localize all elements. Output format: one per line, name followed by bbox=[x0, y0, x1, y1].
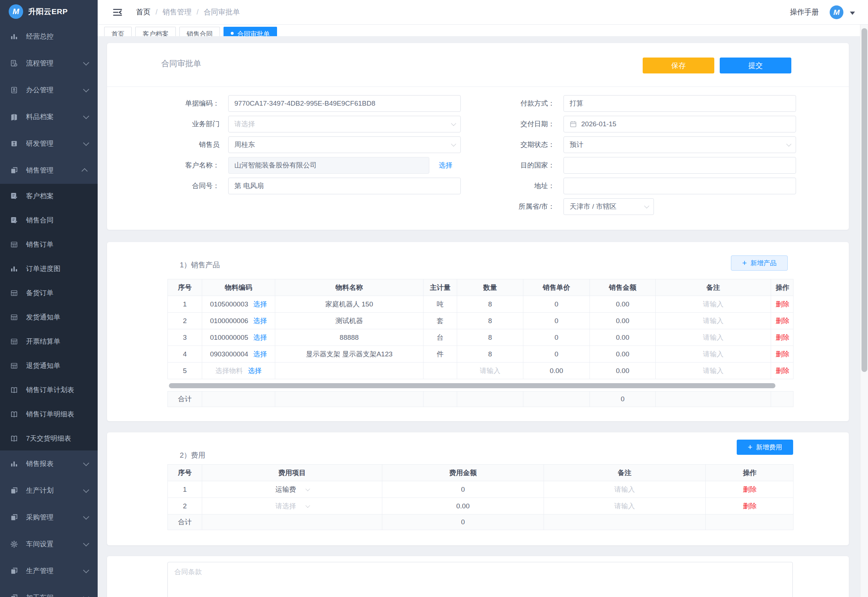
select-field-所属省市[interactable]: 天津市 / 市辖区 bbox=[563, 198, 654, 215]
tab-客户档案[interactable]: 客户档案 bbox=[135, 27, 176, 36]
submit-button[interactable]: 提交 bbox=[720, 58, 791, 73]
material-code: 0100000005 bbox=[210, 334, 249, 342]
total-amount: 0 bbox=[382, 514, 544, 530]
sidebar-item-车间设置[interactable]: 车间设置 bbox=[0, 531, 98, 558]
sidebar-item-研发管理[interactable]: 研发管理 bbox=[0, 130, 98, 157]
remark-cell[interactable]: 请输入 bbox=[544, 498, 705, 514]
tab-合同审批单[interactable]: 合同审批单 bbox=[224, 27, 277, 36]
sidebar-item-label: 销售订单明细表 bbox=[26, 410, 74, 419]
page-scrollbar[interactable] bbox=[860, 25, 868, 597]
remark-cell[interactable]: 请输入 bbox=[655, 329, 771, 346]
sidebar-item-销售合同[interactable]: 销售合同 bbox=[0, 208, 98, 232]
page-scrollbar-thumb[interactable] bbox=[862, 28, 867, 372]
tab-首页[interactable]: 首页 bbox=[104, 27, 132, 36]
sidebar-item-订单进度图[interactable]: 订单进度图 bbox=[0, 257, 98, 281]
select-material-link[interactable]: 选择 bbox=[253, 300, 267, 309]
select-field-销售员[interactable]: 周桂东 bbox=[228, 137, 461, 153]
sidebar-item-采购管理[interactable]: 采购管理 bbox=[0, 504, 98, 531]
app-logo[interactable]: M 升阳云ERP bbox=[0, 0, 98, 23]
unit-price-cell[interactable]: 0 bbox=[523, 313, 590, 329]
fee-item-select[interactable]: 请选择 bbox=[202, 498, 382, 514]
field-地址[interactable] bbox=[563, 178, 796, 194]
add-product-button[interactable]: + 新增产品 bbox=[731, 255, 788, 271]
material-name: 显示器支架 显示器支架A123 bbox=[275, 346, 423, 362]
products-table: 序号物料编码物料名称主计量数量销售单价销售金额备注操作10105000003选择… bbox=[167, 279, 794, 379]
remark-cell[interactable]: 请输入 bbox=[655, 313, 771, 329]
field-交付日期[interactable]: 2026-01-15 bbox=[563, 116, 796, 132]
sidebar-item-生产计划[interactable]: 生产计划 bbox=[0, 477, 98, 504]
sidebar-item-生产管理[interactable]: 生产管理 bbox=[0, 558, 98, 584]
delete-row-link[interactable]: 删除 bbox=[776, 349, 789, 359]
sidebar-item-经营总控[interactable]: 经营总控 bbox=[0, 23, 98, 50]
plus-icon: + bbox=[742, 259, 747, 267]
sidebar-item-label: 销售报表 bbox=[26, 459, 53, 469]
fee-amount-cell[interactable]: 0.00 bbox=[382, 498, 544, 514]
sidebar-item-label: 客户档案 bbox=[26, 192, 53, 201]
field-付款方式[interactable]: 打算 bbox=[563, 95, 796, 112]
manual-link[interactable]: 操作手册 bbox=[790, 7, 819, 17]
delete-row-link[interactable]: 删除 bbox=[743, 485, 757, 494]
breadcrumb-sales[interactable]: 销售管理 bbox=[163, 7, 192, 17]
sidebar-item-label: 7天交货明细表 bbox=[26, 434, 71, 443]
sidebar-item-开票结算单[interactable]: 开票结算单 bbox=[0, 329, 98, 353]
select-material-link[interactable]: 选择 bbox=[253, 316, 267, 326]
sidebar-item-销售管理[interactable]: 销售管理 bbox=[0, 157, 98, 184]
unit-price-cell[interactable]: 0 bbox=[523, 346, 590, 362]
add-fee-button[interactable]: + 新增费用 bbox=[737, 440, 793, 455]
delete-row-link[interactable]: 删除 bbox=[776, 366, 789, 376]
field-label: 单据编码： bbox=[107, 99, 228, 108]
sidebar-item-销售订单计划表[interactable]: 销售订单计划表 bbox=[0, 378, 98, 402]
field-客户名称[interactable]: 山河智能装备股份有限公司 bbox=[228, 157, 429, 174]
field-合同号[interactable]: 第 电风扇 bbox=[228, 178, 461, 194]
contract-terms-textarea[interactable]: 合同条款 bbox=[167, 562, 793, 597]
delete-row-link[interactable]: 删除 bbox=[743, 502, 757, 511]
field-单据编码[interactable]: 9770CA17-3497-4DB2-995E-B49E9CF61BD8 bbox=[228, 95, 461, 112]
remark-cell[interactable]: 请输入 bbox=[655, 346, 771, 362]
delete-row-link[interactable]: 删除 bbox=[776, 300, 789, 309]
quantity-cell[interactable]: 8 bbox=[457, 329, 523, 346]
sidebar-item-流程管理[interactable]: 流程管理 bbox=[0, 50, 98, 77]
field-label: 所属省/市： bbox=[442, 202, 563, 211]
sidebar-item-备货订单[interactable]: 备货订单 bbox=[0, 281, 98, 305]
quantity-cell[interactable]: 8 bbox=[457, 346, 523, 362]
sidebar-item-label: 生产计划 bbox=[26, 486, 53, 495]
user-avatar[interactable]: M bbox=[829, 6, 843, 19]
sidebar-item-加工车间[interactable]: 加工车间 bbox=[0, 584, 98, 597]
field-目的国家[interactable] bbox=[563, 157, 796, 174]
unit-price-cell[interactable]: 0.00 bbox=[523, 362, 590, 379]
select-material-link[interactable]: 选择 bbox=[253, 349, 267, 359]
fee-amount-cell[interactable]: 0 bbox=[382, 481, 544, 498]
remark-cell[interactable]: 请输入 bbox=[655, 296, 771, 312]
sidebar-item-7天交货明细表[interactable]: 7天交货明细表 bbox=[0, 426, 98, 450]
select-material-link[interactable]: 选择 bbox=[253, 333, 267, 342]
sidebar-item-办公管理[interactable]: 办公管理 bbox=[0, 77, 98, 104]
quantity-cell[interactable]: 8 bbox=[457, 296, 523, 312]
menu-fold-icon[interactable] bbox=[112, 7, 123, 18]
sidebar-item-销售订单[interactable]: 销售订单 bbox=[0, 232, 98, 257]
user-menu-caret-icon[interactable] bbox=[850, 12, 855, 15]
sidebar-item-发货通知单[interactable]: 发货通知单 bbox=[0, 305, 98, 329]
select-field-业务部门[interactable]: 请选择 bbox=[228, 116, 461, 132]
unit-price-cell[interactable]: 0 bbox=[523, 329, 590, 346]
unit-price-cell[interactable]: 0 bbox=[523, 296, 590, 312]
sidebar-item-销售订单明细表[interactable]: 销售订单明细表 bbox=[0, 402, 98, 426]
field-label: 合同号： bbox=[107, 181, 228, 191]
sidebar-item-客户档案[interactable]: 客户档案 bbox=[0, 184, 98, 208]
save-button[interactable]: 保存 bbox=[643, 58, 714, 73]
quantity-cell[interactable]: 请输入 bbox=[457, 362, 523, 379]
remark-cell[interactable]: 请输入 bbox=[544, 481, 705, 498]
select-material-link[interactable]: 选择 bbox=[248, 366, 262, 376]
fee-item-select[interactable]: 运输费 bbox=[202, 481, 382, 498]
quantity-cell[interactable]: 8 bbox=[457, 313, 523, 329]
sidebar-item-退货通知单[interactable]: 退货通知单 bbox=[0, 353, 98, 378]
breadcrumb-home[interactable]: 首页 bbox=[136, 7, 150, 17]
remark-cell[interactable]: 请输入 bbox=[655, 362, 771, 379]
sidebar-item-料品档案[interactable]: 料品档案 bbox=[0, 104, 98, 130]
tab-销售合同[interactable]: 销售合同 bbox=[179, 27, 220, 36]
select-field-交期状态[interactable]: 预计 bbox=[563, 137, 796, 153]
sidebar-item-销售报表[interactable]: 销售报表 bbox=[0, 450, 98, 477]
remark-placeholder: 请输入 bbox=[615, 502, 635, 511]
delete-row-link[interactable]: 删除 bbox=[776, 333, 789, 342]
table-horizontal-scrollbar[interactable] bbox=[169, 383, 775, 388]
delete-row-link[interactable]: 删除 bbox=[776, 316, 789, 326]
